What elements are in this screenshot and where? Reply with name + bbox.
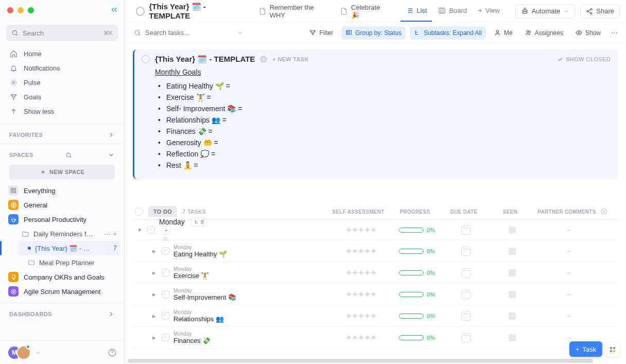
dashboards-header[interactable]: DASHBOARDS <box>0 305 124 321</box>
col-partner-comments[interactable]: PARTNER COMMENTS <box>533 209 600 215</box>
chevron-down-icon[interactable] <box>237 30 243 36</box>
col-self-assessment[interactable]: SELF ASSESSMENT <box>327 209 389 215</box>
collapse-sidebar-icon[interactable] <box>110 5 119 14</box>
help-icon[interactable] <box>108 348 117 357</box>
task-row[interactable]: ▸ Monday Self-Improvement 📚 ✦✦✦✦✦ 0% – <box>133 284 618 305</box>
progress-cell[interactable]: 0% <box>399 313 435 319</box>
close-window-icon[interactable] <box>7 7 13 13</box>
rating-sparkles[interactable]: ✦✦✦✦✦ <box>345 332 376 343</box>
minimize-window-icon[interactable] <box>18 7 24 13</box>
task-row[interactable]: ▸ Monday Finances 💸 ✦✦✦✦✦ 0% – <box>133 327 618 349</box>
tab-add-view[interactable]: + View <box>473 1 505 22</box>
status-pill[interactable]: TO DO <box>148 206 177 217</box>
task-checkbox[interactable] <box>147 226 155 234</box>
status-circle-icon[interactable] <box>142 55 150 63</box>
progress-cell[interactable]: 0% <box>399 248 435 254</box>
space-agile[interactable]: Agile Scrum Management <box>4 284 120 299</box>
task-checkbox[interactable] <box>162 312 169 320</box>
me-button[interactable]: Me <box>490 26 517 40</box>
col-seen[interactable]: SEEN <box>487 209 533 215</box>
show-closed-button[interactable]: SHOW CLOSED <box>557 56 611 62</box>
progress-cell[interactable]: 0% <box>399 270 435 276</box>
tab-board[interactable]: Board <box>433 1 472 22</box>
horizontal-scrollbar[interactable] <box>128 359 623 363</box>
calendar-icon[interactable] <box>461 268 471 278</box>
calendar-icon[interactable] <box>461 247 471 256</box>
doc-remember-why[interactable]: Remember the WHY <box>255 2 332 21</box>
seen-checkbox[interactable] <box>509 248 516 255</box>
tab-list[interactable]: List <box>401 1 432 22</box>
automate-button[interactable]: Automate <box>515 4 576 19</box>
show-button[interactable]: Show <box>571 26 605 40</box>
search-spaces-icon[interactable] <box>65 152 72 159</box>
nav-home[interactable]: Home <box>4 46 120 61</box>
space-general[interactable]: General <box>4 198 120 212</box>
favorites-header[interactable]: FAVORITES <box>0 126 124 142</box>
description-icon[interactable]: ≡ <box>163 235 167 243</box>
maximize-window-icon[interactable] <box>28 7 34 13</box>
new-task-button[interactable]: + NEW TASK <box>272 56 308 62</box>
calendar-icon[interactable] <box>461 333 471 342</box>
more-icon[interactable]: ⋯ <box>104 230 111 238</box>
progress-cell[interactable]: 0% <box>399 291 435 298</box>
nav-notifications[interactable]: Notifications <box>4 61 120 75</box>
search-input[interactable]: Search ⌘K <box>6 25 118 41</box>
col-progress[interactable]: PROGRESS <box>389 209 441 215</box>
task-search[interactable] <box>131 29 246 37</box>
add-icon[interactable]: + <box>113 230 117 238</box>
apps-button[interactable] <box>605 342 620 357</box>
rating-sparkles[interactable]: ✦✦✦✦✦ <box>345 267 376 279</box>
expand-icon[interactable]: ▸ <box>150 290 158 298</box>
task-checkbox[interactable] <box>162 247 169 255</box>
filter-button[interactable]: Filter <box>305 26 337 40</box>
task-row-parent[interactable]: ▾ Monday 8 + ≡ <box>133 220 618 240</box>
seen-checkbox[interactable] <box>509 269 516 276</box>
seen-checkbox[interactable] <box>509 313 516 320</box>
nav-show-less[interactable]: Show less <box>4 104 120 118</box>
subtask-count-badge[interactable]: 8 <box>191 217 207 227</box>
space-company-okrs[interactable]: Company OKRs and Goals <box>4 270 120 284</box>
list-this-year-template[interactable]: {This Year} 🗓️ - TEM... 7 <box>19 241 120 255</box>
task-search-input[interactable] <box>145 29 202 37</box>
rating-sparkles[interactable]: ✦✦✦✦✦ <box>345 224 376 236</box>
col-due-date[interactable]: DUE DATE <box>441 209 487 215</box>
task-row[interactable]: ▸ Monday Relationships 👥 ✦✦✦✦✦ 0% – <box>133 305 618 327</box>
calendar-icon[interactable] <box>461 290 471 299</box>
expand-icon[interactable]: ▸ <box>150 312 158 320</box>
chevron-down-icon[interactable] <box>35 350 41 356</box>
seen-checkbox[interactable] <box>509 334 516 341</box>
subtasks-button[interactable]: Subtasks: Expand All <box>410 26 486 40</box>
assignees-button[interactable]: Assignees <box>521 26 567 40</box>
task-checkbox[interactable] <box>162 290 169 298</box>
spaces-header[interactable]: SPACES <box>0 146 124 162</box>
more-icon[interactable]: ⋯ <box>609 29 620 37</box>
nav-pulse[interactable]: Pulse <box>4 75 120 90</box>
task-row[interactable]: ▸ Monday Eating Healthy 🌱 ✦✦✦✦✦ 0% – <box>133 240 618 262</box>
group-by-button[interactable]: Group by: Status <box>341 26 406 40</box>
avatar-stack[interactable]: M <box>7 345 32 360</box>
progress-cell[interactable]: 0% <box>399 335 435 341</box>
doc-celebrate[interactable]: Celebrate 🎉 <box>337 2 391 21</box>
create-task-button[interactable]: + Task <box>569 341 602 357</box>
nav-goals[interactable]: Goals <box>4 90 120 104</box>
collapse-icon[interactable]: ▾ <box>136 226 143 234</box>
rating-sparkles[interactable]: ✦✦✦✦✦ <box>345 289 376 300</box>
progress-cell[interactable]: 0% <box>399 227 435 233</box>
page-title-group[interactable]: {This Year} 🗓️ - TEMPLATE <box>131 0 250 22</box>
space-everything[interactable]: Everything <box>4 183 120 198</box>
expand-icon[interactable]: ▸ <box>150 334 158 341</box>
expand-icon[interactable]: ▸ <box>150 247 158 255</box>
task-checkbox[interactable] <box>162 334 169 341</box>
info-icon[interactable]: i <box>260 56 267 63</box>
share-button[interactable]: Share <box>580 4 620 19</box>
space-personal[interactable]: Personal Productivity <box>4 212 120 227</box>
rating-sparkles[interactable]: ✦✦✦✦✦ <box>345 310 376 322</box>
calendar-icon[interactable] <box>461 311 471 321</box>
list-meal-prep[interactable]: Meal Prep Planner <box>19 255 120 270</box>
seen-checkbox[interactable] <box>509 291 516 298</box>
add-column-icon[interactable] <box>600 208 616 215</box>
expand-icon[interactable]: ▸ <box>150 269 158 276</box>
task-checkbox[interactable] <box>162 269 169 276</box>
rating-sparkles[interactable]: ✦✦✦✦✦ <box>345 246 376 257</box>
task-row[interactable]: ▸ Monday Exercise 🏋️ ✦✦✦✦✦ 0% – <box>133 262 618 284</box>
